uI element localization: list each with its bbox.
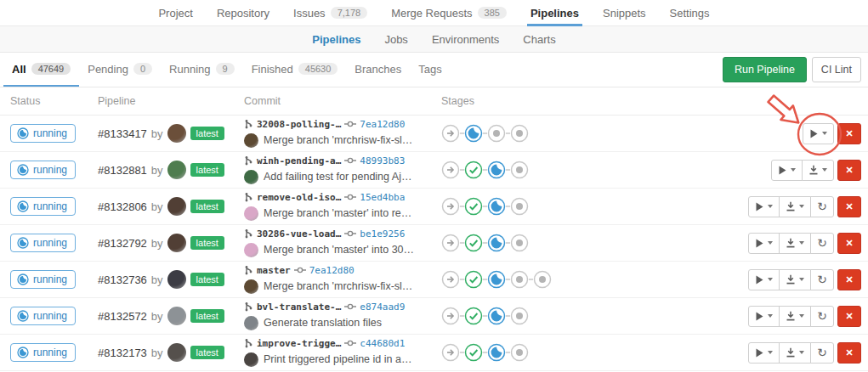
stage-icon-created[interactable] [510,197,529,216]
nav-item-issues[interactable]: Issues7,178 [283,0,377,25]
pipeline-id-link[interactable]: #8132806 [98,200,147,213]
commit-sha-link[interactable]: 48993b83 [360,156,405,166]
commit-message-link[interactable]: Merge branch 'master' into re… [264,208,411,219]
stage-icon-success[interactable] [464,161,483,179]
committer-avatar[interactable] [244,352,258,367]
cancel-pipeline-button[interactable]: ✕ [837,196,861,217]
commit-sha-link[interactable]: 15ed4bba [360,193,405,202]
play-dropdown-button[interactable] [748,233,780,254]
pipeline-id-link[interactable]: #8132881 [98,164,147,177]
play-dropdown-button[interactable] [748,269,780,290]
committer-avatar[interactable] [244,316,258,330]
stage-icon-running[interactable] [487,270,506,289]
play-dropdown-button[interactable] [748,196,780,217]
artifacts-download-dropdown-button[interactable] [802,160,834,181]
user-avatar[interactable] [167,307,186,325]
branch-name-link[interactable]: 30286-vue-load… [257,229,341,239]
branch-name-link[interactable]: improve-trigge… [257,339,341,348]
stage-icon-running[interactable] [487,307,506,325]
committer-avatar[interactable] [244,279,258,294]
cancel-pipeline-button[interactable]: ✕ [837,306,861,327]
nav-item-project[interactable]: Project [148,0,202,25]
subnav-item-charts[interactable]: Charts [513,33,565,46]
stage-icon-running[interactable] [487,197,506,216]
filter-tab-tags[interactable]: Tags [410,53,450,87]
stage-icon-success[interactable] [464,234,483,252]
retry-pipeline-button[interactable]: ↻ [810,269,834,290]
stage-icon-success[interactable] [464,270,483,289]
stage-icon-skipped[interactable] [441,124,460,143]
stage-icon-created[interactable] [487,124,506,143]
pipeline-id-link[interactable]: #8132792 [98,237,147,250]
status-badge-running[interactable]: running [10,234,76,252]
subnav-item-jobs[interactable]: Jobs [374,33,417,46]
commit-sha-link[interactable]: c44680d1 [360,339,405,348]
stage-icon-created[interactable] [510,343,529,362]
play-dropdown-button[interactable] [771,160,803,181]
branch-name-link[interactable]: 32008-polling-… [257,120,341,129]
status-badge-running[interactable]: running [10,161,76,179]
commit-sha-link[interactable]: 7ea12d80 [360,120,405,129]
user-avatar[interactable] [167,343,186,362]
user-avatar[interactable] [167,197,186,216]
artifacts-download-dropdown-button[interactable] [779,342,811,364]
cancel-pipeline-button[interactable]: ✕ [837,342,861,364]
retry-pipeline-button[interactable]: ↻ [810,306,834,327]
pipeline-id-link[interactable]: #8132173 [98,347,147,359]
stage-icon-running[interactable] [487,161,506,179]
user-avatar[interactable] [167,234,186,252]
stage-icon-created[interactable] [510,161,529,179]
stage-icon-skipped[interactable] [441,343,460,362]
stage-icon-skipped[interactable] [441,234,460,252]
branch-name-link[interactable]: bvl-translate-… [257,302,341,312]
play-dropdown-button[interactable] [748,342,780,364]
artifacts-download-dropdown-button[interactable] [779,306,811,327]
stage-icon-running[interactable] [464,124,483,143]
stage-icon-success[interactable] [464,197,483,216]
commit-sha-link[interactable]: e874aad9 [360,302,405,312]
retry-pipeline-button[interactable]: ↻ [810,233,834,254]
artifacts-download-dropdown-button[interactable] [779,269,811,290]
status-badge-running[interactable]: running [10,343,76,362]
commit-sha-link[interactable]: be1e9256 [360,229,405,239]
subnav-item-pipelines[interactable]: Pipelines [302,33,371,46]
committer-avatar[interactable] [244,206,258,221]
cancel-pipeline-button[interactable]: ✕ [837,233,861,254]
commit-message-link[interactable]: Print triggered pipeline id in a… [264,354,411,365]
retry-pipeline-button[interactable]: ↻ [810,342,834,364]
commit-message-link[interactable]: Merge branch 'mrchrisw-fix-sl… [264,135,412,146]
commit-message-link[interactable]: Merge branch 'mrchrisw-fix-sl… [264,281,412,292]
artifacts-download-dropdown-button[interactable] [779,196,811,217]
stage-icon-created[interactable] [510,307,529,325]
user-avatar[interactable] [167,124,186,143]
commit-message-link[interactable]: Add failing test for pending Aj… [264,172,411,183]
branch-name-link[interactable]: remove-old-iso… [257,193,341,202]
status-badge-running[interactable]: running [10,124,76,143]
filter-tab-finished[interactable]: Finished45630 [243,53,347,87]
committer-avatar[interactable] [244,243,258,257]
pipeline-id-link[interactable]: #8132572 [98,310,147,323]
retry-pipeline-button[interactable]: ↻ [810,196,834,217]
filter-tab-all[interactable]: All47649 [3,53,79,87]
cancel-pipeline-button[interactable]: ✕ [837,269,861,290]
status-badge-running[interactable]: running [10,197,76,216]
filter-tab-branches[interactable]: Branches [346,53,410,87]
stage-icon-created[interactable] [510,270,529,289]
play-dropdown-button[interactable] [748,306,780,327]
run-pipeline-button[interactable]: Run Pipeline [723,57,807,82]
branch-name-link[interactable]: winh-pending-a… [257,156,341,166]
nav-item-snippets[interactable]: Snippets [593,0,656,25]
nav-item-repository[interactable]: Repository [207,0,280,25]
branch-name-link[interactable]: master [257,266,291,275]
play-dropdown-button[interactable] [803,123,834,144]
user-avatar[interactable] [167,161,186,179]
pipeline-id-link[interactable]: #8132736 [98,273,147,286]
stage-icon-success[interactable] [464,343,483,362]
artifacts-download-dropdown-button[interactable] [779,233,811,254]
ci-lint-button[interactable]: CI Lint [812,57,861,82]
commit-sha-link[interactable]: 7ea12d80 [309,266,355,275]
stage-icon-running[interactable] [487,343,506,362]
commit-message-link[interactable]: Merge branch 'master' into 30… [264,245,414,256]
stage-icon-skipped[interactable] [441,161,460,179]
cancel-pipeline-button[interactable]: ✕ [837,160,861,181]
